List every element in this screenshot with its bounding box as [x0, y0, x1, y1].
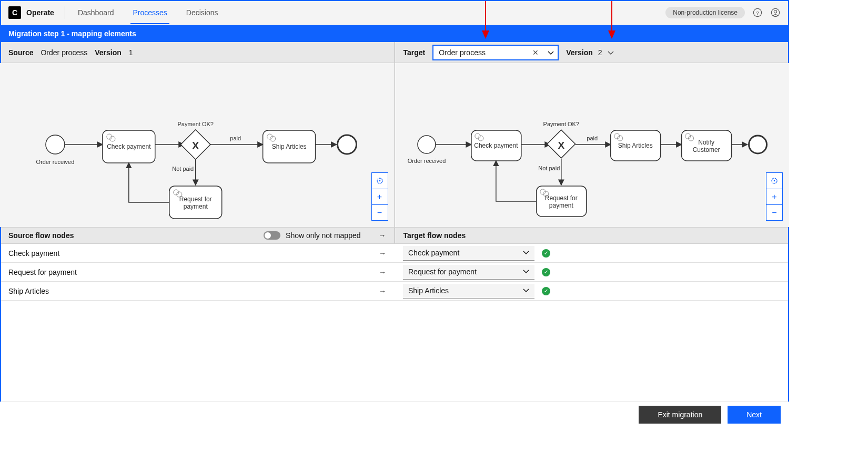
- chevron-down-icon: [523, 289, 529, 293]
- svg-point-33: [46, 135, 65, 154]
- svg-point-56: [417, 136, 435, 153]
- svg-text:Ship Articles: Ship Articles: [272, 143, 307, 150]
- chevron-down-icon: [523, 251, 529, 255]
- svg-text:Request for: Request for: [544, 194, 577, 202]
- target-process-value: Order process: [433, 48, 528, 57]
- source-zoom-controls: + −: [371, 172, 388, 221]
- svg-text:Order received: Order received: [36, 159, 75, 165]
- migration-banner: Migration step 1 - mapping elements: [0, 25, 789, 42]
- show-not-mapped-toggle[interactable]: [264, 231, 280, 240]
- svg-point-54: [379, 180, 380, 182]
- zoom-reset-button[interactable]: [766, 173, 782, 189]
- svg-marker-1: [482, 30, 489, 39]
- target-node-select[interactable]: Check payment: [403, 246, 534, 261]
- subheader: Source Order process Version 1 Target Or…: [0, 42, 789, 63]
- svg-text:Notify: Notify: [698, 139, 714, 146]
- app-header: C Operate Dashboard Processes Decisions …: [0, 0, 789, 25]
- version-chevron-icon[interactable]: [608, 48, 614, 57]
- svg-text:X: X: [558, 140, 564, 151]
- exit-migration-button[interactable]: Exit migration: [639, 406, 721, 424]
- target-flow-cell: Check payment ✓: [395, 246, 789, 261]
- footer: Exit migration Next: [0, 402, 789, 427]
- source-version-label: Version: [95, 48, 122, 57]
- nav-decisions[interactable]: Decisions: [184, 1, 220, 24]
- target-label: Target: [403, 48, 426, 57]
- user-icon[interactable]: [770, 7, 781, 18]
- target-node-value: Request for payment: [408, 268, 477, 276]
- source-process: Order process: [41, 48, 87, 57]
- svg-text:X: X: [192, 140, 199, 151]
- target-subheader: Target Order process ✕ Version 2: [395, 42, 790, 63]
- flow-row: Request for payment → Request for paymen…: [0, 263, 789, 282]
- nav-dashboard[interactable]: Dashboard: [76, 1, 116, 24]
- source-node-name: Ship Articles: [8, 287, 49, 295]
- svg-text:Request for: Request for: [179, 196, 212, 203]
- help-icon[interactable]: ?: [752, 7, 763, 18]
- arrow-right-icon: →: [379, 249, 386, 258]
- svg-text:paid: paid: [587, 135, 598, 141]
- target-flow-cell: Ship Articles ✓: [395, 284, 789, 299]
- svg-text:Payment OK?: Payment OK?: [543, 121, 579, 127]
- svg-text:Ship Articles: Ship Articles: [618, 142, 652, 149]
- svg-text:Check payment: Check payment: [474, 142, 518, 149]
- target-version: 2: [598, 48, 602, 57]
- source-subheader: Source Order process Version 1: [0, 42, 395, 63]
- svg-point-74: [749, 136, 766, 153]
- zoom-in-button[interactable]: +: [372, 189, 388, 204]
- status-ok-icon: ✓: [542, 268, 550, 276]
- svg-text:paid: paid: [230, 135, 241, 141]
- target-node-value: Ship Articles: [408, 286, 449, 295]
- svg-marker-3: [608, 30, 615, 39]
- source-node-name: Request for payment: [8, 268, 77, 276]
- svg-point-81: [774, 180, 775, 182]
- arrow-right-icon: →: [379, 231, 386, 240]
- chevron-down-icon: [523, 270, 529, 274]
- source-flow-header: Source flow nodes Show only not mapped →: [0, 228, 395, 243]
- clear-icon[interactable]: ✕: [528, 48, 543, 57]
- source-flow-title: Source flow nodes: [8, 231, 74, 240]
- target-flow-header: Target flow nodes: [395, 228, 790, 243]
- zoom-out-button[interactable]: −: [766, 204, 782, 220]
- zoom-reset-button[interactable]: [372, 173, 388, 189]
- chevron-down-icon[interactable]: [543, 48, 558, 57]
- annotation-arrow-1: [478, 0, 493, 40]
- arrow-right-icon: →: [379, 268, 386, 276]
- source-flow-cell: Request for payment →: [0, 268, 395, 276]
- diagram-row: Order received Check payment X Payment O…: [0, 63, 789, 227]
- license-pill[interactable]: Non-production license: [665, 7, 745, 18]
- target-version-label: Version: [566, 48, 593, 57]
- nav-processes[interactable]: Processes: [130, 1, 169, 24]
- svg-text:payment: payment: [549, 202, 573, 209]
- svg-text:Payment OK?: Payment OK?: [178, 121, 214, 127]
- next-button[interactable]: Next: [728, 406, 781, 424]
- target-flow-cell: Request for payment ✓: [395, 265, 789, 280]
- zoom-out-button[interactable]: −: [372, 204, 388, 220]
- toggle-label: Show only not mapped: [286, 231, 360, 240]
- status-ok-icon: ✓: [542, 287, 550, 295]
- source-label: Source: [8, 48, 33, 57]
- flow-row: Check payment → Check payment ✓: [0, 244, 789, 263]
- svg-text:Not paid: Not paid: [172, 166, 194, 172]
- app-name: Operate: [26, 8, 54, 17]
- flow-rows: Check payment → Check payment ✓ Request …: [0, 244, 789, 301]
- source-diagram[interactable]: Order received Check payment X Payment O…: [0, 63, 395, 227]
- svg-text:?: ?: [756, 9, 759, 15]
- app-logo: C: [8, 6, 21, 19]
- zoom-in-button[interactable]: +: [766, 189, 782, 204]
- source-flow-cell: Ship Articles →: [0, 287, 395, 295]
- target-zoom-controls: + −: [766, 172, 783, 221]
- target-node-value: Check payment: [408, 249, 459, 257]
- svg-text:Customer: Customer: [692, 146, 720, 153]
- annotation-arrow-2: [604, 0, 620, 40]
- target-node-select[interactable]: Ship Articles: [403, 284, 534, 299]
- target-diagram[interactable]: Order received Check payment X Payment O…: [395, 63, 790, 227]
- source-flow-cell: Check payment →: [0, 249, 395, 258]
- source-version: 1: [129, 48, 133, 57]
- svg-point-47: [338, 135, 357, 154]
- target-process-select[interactable]: Order process ✕: [432, 45, 559, 60]
- flow-row: Ship Articles → Ship Articles ✓: [0, 282, 789, 301]
- arrow-right-icon: →: [379, 287, 386, 295]
- svg-text:payment: payment: [184, 203, 208, 210]
- target-node-select[interactable]: Request for payment: [403, 265, 534, 280]
- svg-text:Check payment: Check payment: [107, 143, 151, 150]
